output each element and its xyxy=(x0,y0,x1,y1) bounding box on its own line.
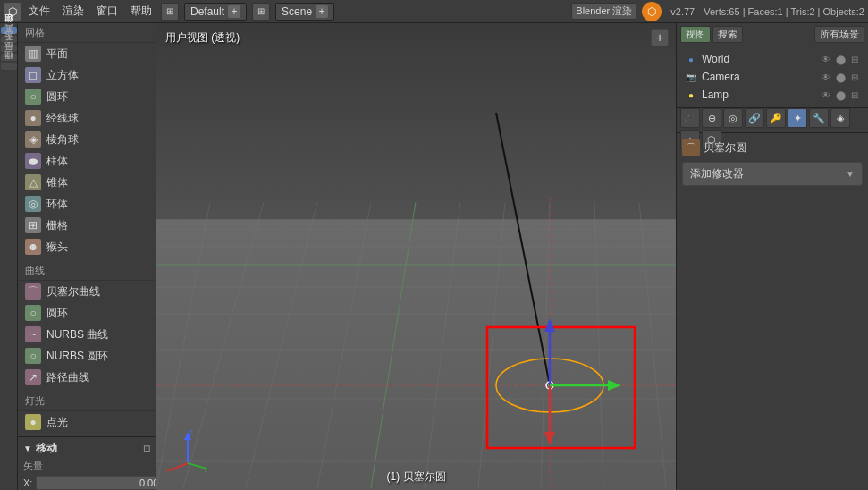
vtab-create[interactable]: 创建 xyxy=(1,27,17,34)
sidebar-item-path[interactable]: ↗ 路径曲线 xyxy=(18,367,156,388)
lamp-more-btn[interactable]: ⊞ xyxy=(848,89,861,101)
sidebar-item-cylinder[interactable]: ⬬ 柱体 xyxy=(18,150,156,172)
sidebar-item-bezier[interactable]: ⌒ 贝塞尔曲线 xyxy=(18,281,156,302)
menu-file[interactable]: 文件 xyxy=(23,2,55,21)
props-object-btn[interactable]: 🔑 xyxy=(766,108,786,128)
camera-more-btn[interactable]: ⊞ xyxy=(848,71,861,83)
tree-item-world[interactable]: ● World 👁 ⬤ ⊞ xyxy=(677,50,868,68)
move-panel: ▼ 移动 ⊡ 矢量 X: ⊡ Y: ⊡ Z: ⊡ 约束轴 xyxy=(18,436,156,490)
viewport-grid xyxy=(156,23,676,490)
props-mesh-btn[interactable]: ✦ xyxy=(788,108,807,128)
lamp-label: Lamp xyxy=(702,89,729,101)
props-world-btn[interactable]: 🔗 xyxy=(745,108,764,128)
bezier-icon: ⌒ xyxy=(25,283,41,300)
viewport-bottom-label: (1) 贝塞尔圆 xyxy=(387,469,446,485)
x-label: X: xyxy=(23,477,32,488)
world-more-btn[interactable]: ⊞ xyxy=(848,53,861,65)
tree-item-lamp[interactable]: ● Lamp 👁 ⬤ ⊞ xyxy=(677,86,868,104)
render-engine-select[interactable]: Blender 渲染 xyxy=(571,3,636,20)
uvsphere-icon: ● xyxy=(25,110,41,126)
monkey-icon: ☻ xyxy=(25,239,41,255)
svg-text:Z: Z xyxy=(189,428,193,436)
sidebar-item-icosphere[interactable]: ◈ 棱角球 xyxy=(18,129,156,150)
workspace-layout-icon[interactable]: ⊞ xyxy=(161,3,179,21)
sidebar-item-circle[interactable]: ○ 圆环 xyxy=(18,86,156,107)
svg-text:X: X xyxy=(165,466,171,472)
sidebar-item-uvsphere[interactable]: ● 经线球 xyxy=(18,107,156,129)
lamp-eye-btn[interactable]: 👁 xyxy=(820,89,832,101)
blender-icon: ⬡ xyxy=(642,2,662,21)
move-x-row: X: ⊡ xyxy=(23,476,150,490)
camera-eye-btn[interactable]: 👁 xyxy=(820,71,832,83)
path-icon: ↗ xyxy=(25,369,41,385)
nurbs-curve-icon: ~ xyxy=(25,326,41,342)
scene-layout-icon[interactable]: ⊞ xyxy=(252,3,270,21)
props-render-btn[interactable]: ⊕ xyxy=(702,108,721,128)
stats-text: Verts:65 | Faces:1 | Tris:2 | Objects:2 xyxy=(704,6,864,17)
props-toolbar: 🎥 ⊕ ◎ 🔗 🔑 ✦ 🔧 ◈ ▲ ⬡ xyxy=(677,108,868,133)
properties-panel: 🎥 ⊕ ◎ 🔗 🔑 ✦ 🔧 ◈ ▲ ⬡ ⌒ 贝塞尔圆 添加修改器 xyxy=(677,108,868,490)
sidebar-item-cube[interactable]: ◻ 立方体 xyxy=(18,64,156,86)
section-mesh-label: 网格: xyxy=(18,23,156,43)
props-scene-btn[interactable]: ◎ xyxy=(723,108,743,128)
props-modifier-btn[interactable]: 🔧 xyxy=(809,108,829,128)
lamp-actions: 👁 ⬤ ⊞ xyxy=(820,89,861,101)
sidebar-item-plane[interactable]: ▥ 平面 xyxy=(18,43,156,64)
svg-line-38 xyxy=(170,463,188,470)
props-particles-btn[interactable]: ◈ xyxy=(830,108,850,128)
sidebar-item-cone[interactable]: △ 锥体 xyxy=(18,172,156,193)
top-menu-bar: ⬡ 文件 渲染 窗口 帮助 ⊞ Default + ⊞ Scene + Blen… xyxy=(0,0,868,23)
view-btn[interactable]: 视图 xyxy=(680,26,711,43)
sidebar-item-nurbs-ring[interactable]: ○ NURBS 圆环 xyxy=(18,345,156,367)
all-scenes-btn[interactable]: 所有场景 xyxy=(814,26,864,43)
workspace-tab-default[interactable]: Default + xyxy=(184,3,247,21)
x-input[interactable] xyxy=(36,476,156,490)
plane-icon: ▥ xyxy=(25,46,41,62)
props-camera-btn[interactable]: 🎥 xyxy=(680,108,700,128)
cone-icon: △ xyxy=(25,174,41,190)
add-scene-btn[interactable]: + xyxy=(316,5,328,18)
lamp-render-btn[interactable]: ⬤ xyxy=(834,89,847,101)
camera-label: Camera xyxy=(702,71,740,83)
sidebar-item-point-lamp[interactable]: ● 点光 xyxy=(18,411,156,433)
vtab-tools[interactable]: 工具 xyxy=(1,36,17,43)
vtab-physics[interactable]: 物理 xyxy=(1,63,17,70)
object-name: 贝塞尔圆 xyxy=(704,140,746,156)
sidebar-item-torus[interactable]: ◎ 环体 xyxy=(18,193,156,215)
curve-circle-icon: ○ xyxy=(25,305,41,321)
left-vtabs: 创建 工具 关系 显示 物理 xyxy=(0,23,18,490)
main-layout: 创建 工具 关系 显示 物理 网格: ▥ 平面 ◻ 立方体 ○ 圆环 ● 经线球… xyxy=(0,23,868,490)
world-render-btn[interactable]: ⬤ xyxy=(834,53,847,65)
camera-render-btn[interactable]: ⬤ xyxy=(834,71,847,83)
point-lamp-icon: ● xyxy=(25,414,41,430)
move-panel-title[interactable]: ▼ 移动 ⊡ xyxy=(23,441,150,456)
search-btn[interactable]: 搜索 xyxy=(712,26,743,43)
menu-render[interactable]: 渲染 xyxy=(57,2,89,21)
viewport[interactable]: 用户视图 (透视) + xyxy=(156,23,676,490)
menu-help[interactable]: 帮助 xyxy=(125,2,157,21)
vtab-relations[interactable]: 关系 xyxy=(1,45,17,52)
modifier-btn-arrow: ▼ xyxy=(846,169,855,179)
add-workspace-btn[interactable]: + xyxy=(228,5,240,18)
sidebar-item-grid[interactable]: ⊞ 栅格 xyxy=(18,215,156,236)
sidebar-item-nurbs-curve[interactable]: ~ NURBS 曲线 xyxy=(18,324,156,345)
tree-item-camera[interactable]: 📷 Camera 👁 ⬤ ⊞ xyxy=(677,68,868,86)
sidebar-item-monkey[interactable]: ☻ 猴头 xyxy=(18,236,156,258)
scene-tree: ● World 👁 ⬤ ⊞ 📷 Camera 👁 ⬤ ⊞ xyxy=(677,46,868,108)
add-modifier-btn[interactable]: 添加修改器 ▼ xyxy=(682,162,863,186)
world-eye-btn[interactable]: 👁 xyxy=(820,53,832,65)
vtab-display[interactable]: 显示 xyxy=(1,54,17,61)
menu-window[interactable]: 窗口 xyxy=(91,2,123,21)
cylinder-icon: ⬬ xyxy=(25,153,41,169)
blender-logo[interactable]: ⬡ xyxy=(4,3,21,21)
world-actions: 👁 ⬤ ⊞ xyxy=(820,53,861,65)
sidebar-item-nurbs-circle[interactable]: ○ 圆环 xyxy=(18,302,156,324)
workspace-tab-scene[interactable]: Scene + xyxy=(275,3,334,21)
viewport-add-btn[interactable]: + xyxy=(651,29,669,46)
object-type-icon: ⌒ xyxy=(682,139,700,156)
camera-icon: 📷 xyxy=(684,70,698,84)
outliner-header: 视图 搜索 所有场景 xyxy=(677,23,868,46)
blender-version: v2.77 xyxy=(670,6,695,17)
left-sidebar: 网格: ▥ 平面 ◻ 立方体 ○ 圆环 ● 经线球 ◈ 棱角球 ⬬ 柱体 △ 锥… xyxy=(18,23,156,490)
viewport-label: 用户视图 (透视) xyxy=(165,30,240,46)
